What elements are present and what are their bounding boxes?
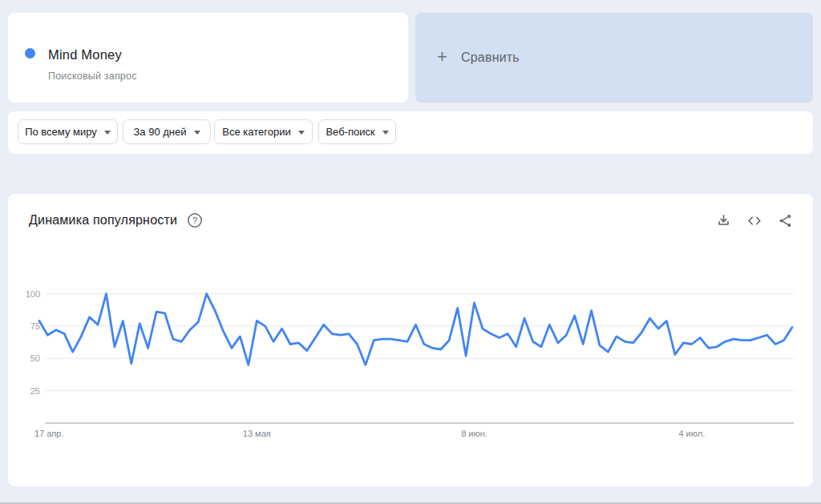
filter-bar: По всему миру За 90 дней Все категории В… — [8, 111, 813, 154]
svg-text:4 июл.: 4 июл. — [678, 429, 705, 438]
embed-code-icon[interactable] — [746, 212, 763, 229]
category-dropdown[interactable]: Все категории — [214, 119, 313, 144]
svg-text:13 мая: 13 мая — [243, 429, 271, 438]
svg-text:50: 50 — [30, 353, 40, 363]
region-dropdown-label: По всему миру — [25, 126, 97, 138]
svg-text:17 апр.: 17 апр. — [34, 429, 64, 438]
compare-button[interactable]: + Сравнить — [415, 13, 813, 103]
chevron-down-icon — [298, 131, 305, 135]
time-range-dropdown[interactable]: За 90 дней — [123, 119, 211, 144]
search-type-dropdown[interactable]: Веб-поиск — [318, 119, 396, 144]
region-dropdown[interactable]: По всему миру — [18, 119, 118, 144]
search-term-card[interactable]: Mind Money Поисковый запрос — [8, 13, 408, 103]
share-icon[interactable] — [777, 212, 794, 229]
svg-text:8 июн.: 8 июн. — [461, 429, 487, 438]
plus-icon: + — [437, 48, 447, 66]
download-icon[interactable] — [715, 212, 732, 229]
series-color-dot — [25, 48, 35, 58]
svg-text:?: ? — [192, 216, 197, 225]
chart-header: Динамика популярности ? — [29, 210, 794, 231]
chart-title: Динамика популярности — [29, 213, 177, 228]
search-term-type: Поисковый запрос — [48, 71, 137, 82]
svg-text:100: 100 — [26, 289, 40, 299]
svg-text:75: 75 — [30, 321, 40, 331]
search-term-title: Mind Money — [48, 47, 122, 62]
chevron-down-icon — [382, 131, 389, 135]
search-type-dropdown-label: Веб-поиск — [326, 126, 374, 138]
compare-label: Сравнить — [461, 50, 520, 65]
interest-over-time-card: 25507510017 апр.13 мая8 июн.4 июл. Динам… — [8, 194, 813, 486]
chevron-down-icon — [194, 131, 200, 135]
help-icon[interactable]: ? — [187, 212, 203, 228]
chart-actions — [715, 212, 794, 229]
chevron-down-icon — [104, 131, 111, 135]
category-dropdown-label: Все категории — [222, 126, 290, 138]
time-range-dropdown-label: За 90 дней — [133, 126, 186, 138]
popularity-line-chart[interactable]: 25507510017 апр.13 мая8 июн.4 июл. — [8, 194, 813, 486]
svg-text:25: 25 — [30, 386, 40, 396]
